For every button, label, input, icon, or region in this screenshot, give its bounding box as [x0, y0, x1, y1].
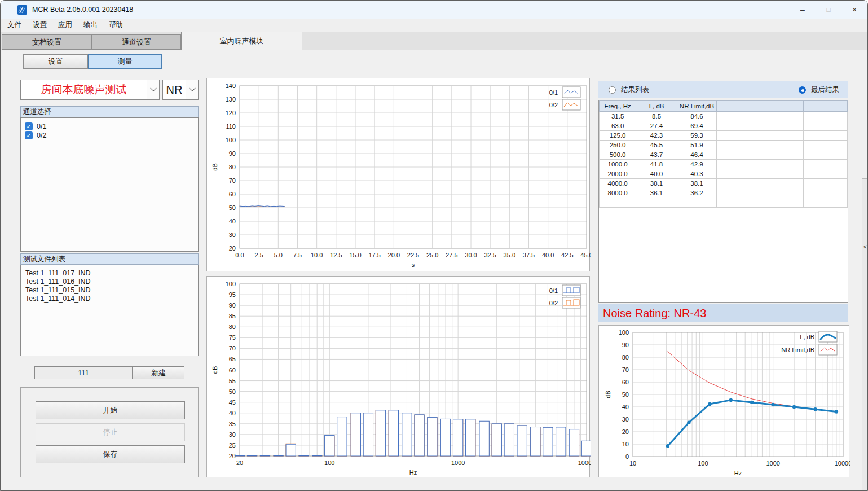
- svg-text:40: 40: [622, 404, 629, 410]
- checkbox-checked-icon[interactable]: ✓: [25, 122, 33, 130]
- table-cell: 69.4: [677, 121, 716, 131]
- channel-row[interactable]: ✓0/2: [21, 131, 198, 140]
- svg-text:0/1: 0/1: [549, 89, 558, 96]
- table-cell: 38.1: [677, 179, 716, 188]
- table-cell: [760, 169, 804, 179]
- table-row[interactable]: 500.043.746.4: [600, 150, 848, 160]
- channel-list[interactable]: ✓0/1✓0/2: [20, 117, 199, 252]
- rating-type-dropdown-button[interactable]: [186, 80, 198, 99]
- svg-text:s: s: [412, 261, 415, 268]
- save-button[interactable]: 保存: [36, 445, 185, 463]
- table-cell: 59.3: [677, 131, 716, 141]
- svg-text:30: 30: [622, 416, 629, 423]
- last-result-radio-label[interactable]: 最后结果: [811, 85, 839, 95]
- svg-text:60: 60: [229, 367, 236, 374]
- file-name-input[interactable]: 111: [34, 366, 133, 379]
- svg-text:25.0: 25.0: [426, 252, 438, 258]
- subtab-measure[interactable]: 测量: [88, 54, 162, 69]
- rating-type-select[interactable]: NR: [162, 80, 199, 100]
- result-list-radio[interactable]: [609, 86, 616, 94]
- table-cell: [804, 150, 848, 160]
- table-cell: 125.0: [600, 131, 636, 141]
- result-list-radio-label[interactable]: 结果列表: [621, 85, 649, 95]
- svg-text:dB: dB: [212, 163, 218, 170]
- start-button[interactable]: 开始: [36, 401, 185, 419]
- svg-text:Hz: Hz: [409, 469, 417, 476]
- table-row[interactable]: 63.027.469.4: [600, 121, 848, 131]
- menu-apply[interactable]: 应用: [52, 20, 78, 30]
- minimize-button[interactable]: –: [790, 1, 816, 19]
- svg-text:dB: dB: [605, 391, 611, 398]
- channel-section-header: 通道选择: [20, 106, 199, 117]
- menu-help[interactable]: 帮助: [103, 20, 129, 30]
- side-collapse-strip[interactable]: <: [862, 178, 868, 491]
- tab-channel-settings[interactable]: 通道设置: [92, 34, 181, 50]
- last-result-radio[interactable]: [799, 86, 806, 94]
- svg-text:20: 20: [229, 245, 236, 252]
- svg-text:L, dB: L, dB: [800, 334, 814, 340]
- table-cell: [717, 112, 760, 121]
- result-table[interactable]: Freq., HzL, dBNR Limit,dB31.58.584.663.0…: [598, 100, 848, 303]
- table-row[interactable]: [600, 198, 848, 208]
- collapse-left-icon[interactable]: <: [863, 244, 867, 250]
- table-row[interactable]: 4000.038.138.1: [600, 179, 848, 188]
- svg-text:27.5: 27.5: [446, 252, 457, 258]
- test-file-list[interactable]: Test 1_111_017_INDTest 1_111_016_INDTest…: [20, 265, 199, 356]
- file-list-item[interactable]: Test 1_111_016_IND: [21, 278, 198, 286]
- menu-settings[interactable]: 设置: [27, 20, 52, 30]
- svg-text:140: 140: [226, 82, 236, 89]
- menu-file[interactable]: 文件: [2, 20, 27, 30]
- svg-text:65: 65: [229, 356, 236, 362]
- svg-text:120: 120: [226, 109, 236, 116]
- maximize-button[interactable]: □: [816, 1, 841, 19]
- table-row[interactable]: 8000.036.136.2: [600, 188, 848, 198]
- file-list-item[interactable]: Test 1_111_017_IND: [21, 269, 198, 278]
- table-header-cell: [717, 101, 760, 112]
- svg-text:5.0: 5.0: [274, 252, 283, 258]
- svg-text:0.0: 0.0: [235, 252, 244, 258]
- svg-text:80: 80: [229, 164, 236, 170]
- svg-text:100: 100: [226, 280, 236, 287]
- table-header-cell: Freq., Hz: [600, 101, 636, 112]
- file-list-item[interactable]: Test 1_111_014_IND: [21, 295, 198, 303]
- file-list-item[interactable]: Test 1_111_015_IND: [21, 286, 198, 295]
- menu-output[interactable]: 输出: [78, 20, 103, 30]
- table-cell: 8000.0: [600, 188, 636, 198]
- svg-text:17.5: 17.5: [368, 252, 380, 258]
- new-button[interactable]: 新建: [133, 366, 184, 379]
- table-cell: 42.3: [636, 131, 677, 141]
- table-cell: 43.7: [636, 150, 677, 160]
- table-cell: [760, 112, 804, 121]
- channel-row[interactable]: ✓0/1: [21, 122, 198, 131]
- table-cell: 36.2: [677, 188, 716, 198]
- table-row[interactable]: 31.58.584.6: [600, 112, 848, 121]
- table-row[interactable]: 250.045.551.9: [600, 141, 848, 150]
- table-header-cell: NR Limit,dB: [677, 101, 716, 112]
- subtab-settings[interactable]: 设置: [23, 54, 88, 69]
- close-button[interactable]: ×: [841, 1, 867, 19]
- tab-document-settings[interactable]: 文档设置: [2, 34, 92, 50]
- svg-text:95: 95: [229, 291, 236, 298]
- result-mode-row: 结果列表 最后结果: [598, 81, 848, 98]
- table-row[interactable]: 2000.040.040.3: [600, 169, 848, 179]
- svg-text:100: 100: [698, 460, 708, 467]
- table-row[interactable]: 125.042.359.3: [600, 131, 848, 141]
- svg-text:70: 70: [622, 366, 629, 373]
- test-type-dropdown-button[interactable]: [147, 80, 159, 99]
- tab-indoor-noise-module[interactable]: 室内噪声模块: [181, 32, 302, 50]
- svg-text:35.0: 35.0: [504, 252, 515, 258]
- checkbox-checked-icon[interactable]: ✓: [25, 131, 33, 139]
- app-window: MCR Beta 2.05.0.001 20230418 – □ × 文件 设置…: [0, 0, 868, 491]
- svg-text:100: 100: [619, 329, 629, 336]
- svg-text:30.0: 30.0: [465, 252, 477, 258]
- table-cell: [600, 198, 636, 208]
- table-cell: [804, 179, 848, 188]
- table-row[interactable]: 1000.041.842.9: [600, 160, 848, 169]
- app-logo-icon: [17, 5, 27, 15]
- svg-text:90: 90: [229, 150, 236, 157]
- table-cell: 63.0: [600, 121, 636, 131]
- test-type-select[interactable]: 房间本底噪声测试: [20, 80, 160, 100]
- chevron-down-icon: [189, 85, 195, 91]
- main-tabstrip: 文档设置 通道设置 室内噪声模块: [1, 32, 867, 50]
- table-cell: [804, 141, 848, 150]
